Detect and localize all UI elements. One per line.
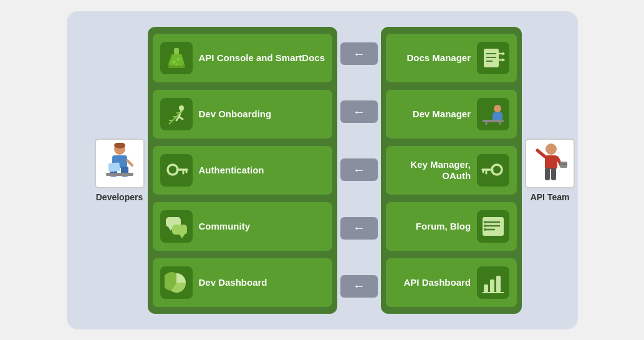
svg-rect-5 (106, 173, 133, 176)
svg-marker-33 (502, 52, 505, 56)
svg-rect-37 (493, 112, 502, 121)
api-team-label: API Team (531, 192, 570, 202)
left-panel-row-dev-dashboard: Dev Dashboard (153, 258, 333, 307)
left-panel-row-authentication: Authentication (153, 146, 333, 195)
svg-point-51 (484, 228, 486, 231)
api-team-icon (525, 138, 575, 188)
right-panel-row-key-manager: Key Manager, OAuth (386, 146, 517, 195)
svg-marker-35 (502, 58, 505, 62)
piechart-icon (160, 266, 193, 299)
right-panel-label-key-manager: Key Manager, OAuth (393, 159, 471, 182)
left-panel-row-api-console: API Console and SmartDocs (153, 34, 333, 82)
right-panel-label-forum-blog: Forum, Blog (393, 221, 471, 232)
svg-rect-57 (545, 155, 557, 169)
escalator-icon (160, 98, 193, 130)
svg-point-49 (484, 221, 486, 223)
svg-rect-62 (560, 162, 567, 168)
right-panel-row-dev-manager: Dev Manager (386, 90, 517, 138)
svg-rect-53 (490, 279, 494, 292)
right-panel-row-forum-blog: Forum, Blog (386, 202, 517, 251)
svg-point-11 (175, 63, 177, 65)
svg-line-15 (179, 117, 183, 119)
svg-point-36 (494, 105, 501, 112)
outer-container: Developers API Console and Smar (67, 11, 578, 329)
arrow-3: ← (340, 158, 378, 181)
left-panel-label-dev-dashboard: Dev Dashboard (199, 277, 267, 288)
arrow-2: ← (340, 100, 378, 123)
left-panel-label-api-console: API Console and SmartDocs (199, 52, 325, 64)
flask-icon (160, 42, 193, 74)
person-desk-icon (477, 98, 509, 130)
right-panel-label-api-dashboard: API Dashboard (393, 277, 471, 288)
left-green-panel: API Console and SmartDocs (148, 27, 338, 314)
developer-icon (95, 138, 145, 188)
svg-point-50 (484, 225, 486, 227)
right-panel-label-docs-manager: Docs Manager (393, 52, 471, 64)
left-panel-row-community: Community (153, 202, 333, 251)
svg-line-58 (537, 150, 545, 157)
left-panel-row-dev-onboarding: Dev Onboarding (153, 90, 333, 138)
diagram-wrapper: Developers API Console and Smar (0, 0, 644, 340)
svg-point-9 (172, 60, 175, 63)
barchart-icon (477, 266, 509, 299)
svg-line-7 (127, 160, 132, 165)
svg-rect-52 (484, 284, 488, 292)
chat-icon (160, 210, 193, 243)
arrow-4: ← (340, 217, 378, 240)
arrow-5: ← (340, 275, 378, 298)
right-panel-label-dev-manager: Dev Manager (393, 109, 471, 120)
key-left-icon (160, 154, 193, 187)
right-panel-row-api-dashboard: API Dashboard (386, 258, 517, 307)
svg-rect-26 (172, 225, 187, 235)
left-panel-label-dev-onboarding: Dev Onboarding (199, 109, 272, 120)
left-panel-label-authentication: Authentication (199, 165, 264, 176)
developer-label: Developers (96, 192, 143, 202)
svg-rect-61 (551, 168, 556, 180)
right-green-panel: Docs Manager Dev Manager (381, 27, 522, 314)
svg-rect-6 (108, 162, 120, 172)
svg-point-10 (177, 58, 180, 61)
svg-point-56 (545, 143, 557, 155)
api-team-person: API Team (516, 138, 584, 202)
svg-rect-54 (496, 276, 501, 292)
left-panel-label-community: Community (199, 221, 251, 232)
svg-rect-60 (545, 168, 550, 180)
svg-rect-8 (174, 48, 179, 54)
right-panel-row-docs-manager: Docs Manager (386, 34, 517, 82)
developer-person: Developers (85, 138, 154, 202)
svg-marker-27 (180, 235, 185, 238)
list-icon (477, 210, 509, 243)
docs-icon (477, 42, 509, 74)
arrow-column: ← ← ← ← ← (337, 27, 381, 314)
arrow-1: ← (340, 42, 378, 65)
key2-icon (477, 154, 509, 187)
